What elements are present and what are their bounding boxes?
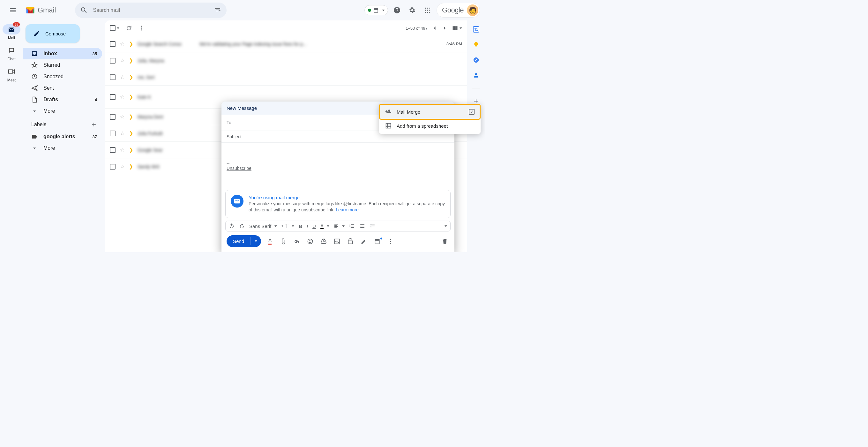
tasks-addon[interactable] [472, 56, 480, 64]
star-icon[interactable]: ☆ [120, 114, 124, 120]
search-bar[interactable] [75, 3, 226, 18]
star-icon[interactable]: ☆ [120, 74, 124, 80]
banner-desc: Personalize your message with merge tags… [249, 201, 445, 213]
schedule-send-button[interactable] [373, 238, 382, 245]
font-size-selector[interactable]: тT [281, 223, 294, 229]
more-formatting-icon[interactable] [444, 226, 447, 227]
row-checkbox[interactable] [110, 58, 116, 63]
add-spreadsheet-option[interactable]: Add from a spreadsheet [380, 119, 479, 133]
nav-inbox[interactable]: Inbox 35 [23, 48, 102, 59]
add-label-icon[interactable] [91, 121, 97, 128]
align-button[interactable] [334, 224, 345, 229]
rail-chat[interactable]: Chat [1, 44, 22, 63]
row-checkbox[interactable] [110, 114, 116, 120]
app-name: Gmail [38, 6, 56, 14]
main-menu-button[interactable] [5, 3, 21, 18]
insert-photo-button[interactable] [333, 238, 341, 245]
search-options-icon[interactable] [214, 6, 221, 14]
nav-snoozed[interactable]: Snoozed [23, 71, 102, 82]
redo-icon[interactable] [239, 223, 245, 229]
outdent-icon[interactable] [370, 223, 375, 229]
checkbox-checked-icon[interactable] [469, 109, 474, 115]
row-checkbox[interactable] [110, 94, 116, 100]
more-options-button[interactable] [386, 238, 395, 245]
nav-drafts[interactable]: Drafts 4 [23, 94, 102, 106]
avatar[interactable]: 🧑 [467, 4, 478, 16]
next-page-icon[interactable] [442, 25, 448, 31]
italic-button[interactable]: I [307, 224, 308, 229]
compose-body[interactable]: -- Unsubscribe [221, 143, 455, 187]
email-row[interactable]: ☆ ❯ Julia, Maryna [105, 52, 467, 69]
undo-icon[interactable] [229, 223, 235, 229]
more-vert-icon [388, 238, 394, 245]
important-marker-icon[interactable]: ❯ [129, 163, 133, 170]
insert-signature-button[interactable] [359, 238, 368, 245]
insert-emoji-button[interactable] [306, 238, 315, 245]
nav-drafts-label: Drafts [43, 97, 58, 102]
important-marker-icon[interactable]: ❯ [129, 147, 133, 153]
text-format-button[interactable]: A [266, 238, 274, 245]
calendar-addon[interactable]: 31 [472, 26, 480, 33]
label-googlealerts[interactable]: google alerts 37 [23, 131, 102, 142]
labels-more[interactable]: More [23, 142, 102, 154]
rail-mail[interactable]: 35 Mail [1, 23, 22, 41]
important-marker-icon[interactable]: ❯ [129, 130, 133, 136]
important-marker-icon[interactable]: ❯ [129, 41, 133, 47]
star-icon[interactable]: ☆ [120, 41, 124, 47]
send-options-button[interactable] [250, 237, 261, 245]
more-vert-icon[interactable] [138, 25, 145, 31]
text-color-button[interactable]: A [320, 223, 329, 229]
star-icon[interactable]: ☆ [120, 163, 124, 170]
row-checkbox[interactable] [110, 41, 116, 47]
attach-file-button[interactable] [279, 238, 288, 245]
rail-meet[interactable]: Meet [1, 65, 22, 84]
select-all[interactable] [110, 25, 119, 31]
star-icon[interactable]: ☆ [120, 94, 124, 100]
underline-button[interactable]: U [312, 224, 316, 229]
insert-link-button[interactable] [292, 238, 301, 245]
row-checkbox[interactable] [110, 74, 116, 80]
gmail-logo[interactable]: Gmail [26, 6, 56, 14]
svg-point-2 [429, 8, 430, 9]
nav-starred[interactable]: Starred [23, 59, 102, 71]
star-icon[interactable]: ☆ [120, 57, 124, 63]
email-row[interactable]: ☆ ❯ Google Search Conso We're validating… [105, 36, 467, 52]
email-row[interactable]: ☆ ❯ me, Geri [105, 69, 467, 86]
prev-page-icon[interactable] [431, 25, 438, 31]
numbered-list-icon[interactable] [349, 223, 355, 229]
density-toggle[interactable] [452, 25, 462, 31]
settings-button[interactable] [406, 4, 419, 17]
keep-addon[interactable] [472, 41, 480, 49]
bulleted-list-icon[interactable] [359, 223, 365, 229]
mail-merge-option[interactable]: Mail Merge [379, 104, 480, 120]
important-marker-icon[interactable]: ❯ [129, 94, 133, 100]
important-marker-icon[interactable]: ❯ [129, 74, 133, 80]
row-checkbox[interactable] [110, 164, 116, 170]
trash-icon [442, 238, 448, 245]
row-checkbox[interactable] [110, 147, 116, 153]
confidential-mode-button[interactable] [346, 238, 355, 245]
status-chip[interactable] [365, 5, 388, 15]
refresh-icon[interactable] [126, 25, 132, 31]
support-button[interactable] [391, 4, 403, 17]
insert-drive-button[interactable] [319, 238, 328, 245]
nav-sent[interactable]: Sent [23, 82, 102, 94]
unsubscribe-link[interactable]: Unsubscribe [226, 166, 251, 171]
search-input[interactable] [93, 7, 209, 13]
row-checkbox[interactable] [110, 130, 116, 136]
send-button[interactable]: Send [226, 235, 250, 247]
important-marker-icon[interactable]: ❯ [129, 114, 133, 120]
compose-button[interactable]: Compose [26, 24, 80, 43]
contacts-addon[interactable] [472, 71, 480, 79]
star-icon[interactable]: ☆ [120, 130, 124, 136]
discard-draft-button[interactable] [440, 238, 449, 245]
nav-more[interactable]: More [23, 106, 102, 117]
star-icon[interactable]: ☆ [120, 147, 124, 153]
apps-button[interactable] [421, 4, 434, 17]
important-marker-icon[interactable]: ❯ [129, 57, 133, 63]
labels-more-label: More [43, 145, 55, 151]
font-selector[interactable]: Sans Serif [249, 224, 277, 229]
learn-more-link[interactable]: Learn more [336, 207, 359, 212]
bold-button[interactable]: B [299, 224, 302, 229]
google-account-chip[interactable]: Google 🧑 [437, 3, 480, 18]
